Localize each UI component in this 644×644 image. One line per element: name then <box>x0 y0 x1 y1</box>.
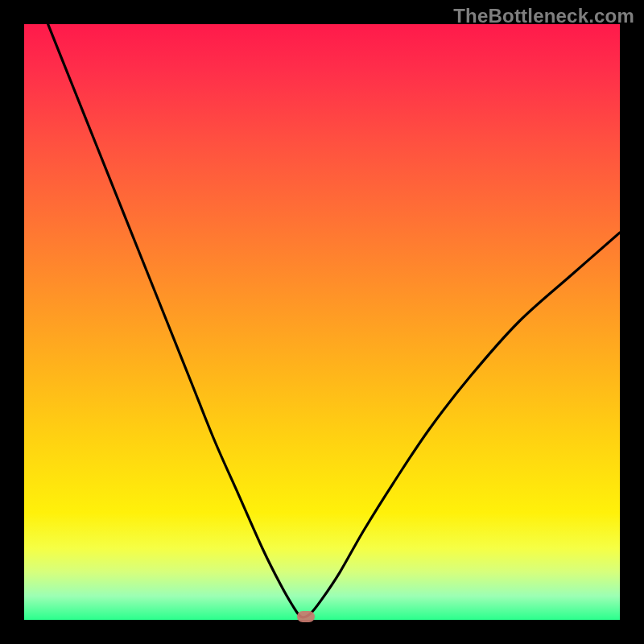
plot-area <box>24 24 620 620</box>
minimum-marker <box>297 611 315 622</box>
chart-frame: TheBottleneck.com <box>0 0 644 644</box>
bottleneck-curve <box>24 24 620 620</box>
